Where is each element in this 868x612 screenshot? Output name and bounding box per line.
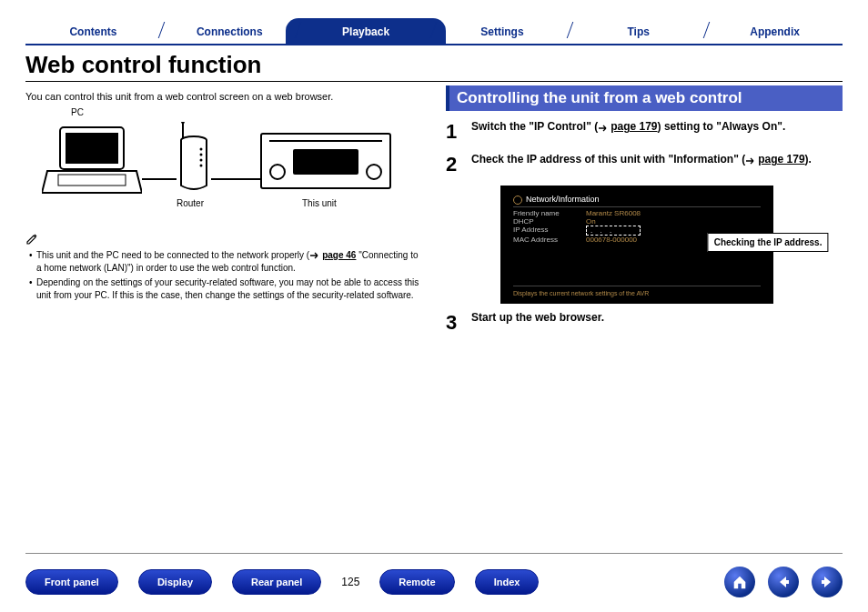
tab-settings[interactable]: Settings <box>434 18 570 44</box>
prev-button[interactable] <box>768 567 799 597</box>
footer-front-panel[interactable]: Front panel <box>25 569 118 595</box>
next-button[interactable] <box>812 567 843 597</box>
svg-rect-1 <box>66 133 118 164</box>
netinfo-footer: Displays the current network settings of… <box>513 286 761 296</box>
step-2-text: Check the IP address of this unit with "… <box>471 153 843 176</box>
svg-point-8 <box>200 159 203 162</box>
section-heading: Controlling the unit from a web control <box>446 85 843 111</box>
svg-point-6 <box>200 148 203 151</box>
step-number-1: 1 <box>446 120 462 144</box>
diagram-label-pc: PC <box>71 107 84 117</box>
laptop-icon <box>42 125 142 196</box>
svg-point-7 <box>200 154 203 156</box>
tab-playback[interactable]: Playback <box>298 18 434 44</box>
step-3-text: Start up the web browser. <box>471 311 843 335</box>
step-number-2: 2 <box>446 153 462 176</box>
diagram-label-router: Router <box>177 198 204 208</box>
link-page-46[interactable]: page 46 <box>322 250 356 260</box>
svg-rect-10 <box>784 580 789 584</box>
link-page-179-b[interactable]: page 179 <box>758 153 804 166</box>
avr-unit-icon <box>260 133 391 189</box>
svg-point-4 <box>181 122 185 124</box>
svg-rect-11 <box>822 580 826 584</box>
top-nav: Contents Connections Playback Settings T… <box>25 18 843 45</box>
tab-appendix[interactable]: Appendix <box>707 18 843 44</box>
step-1-text: Switch the "IP Control" (page 179) setti… <box>471 120 843 144</box>
step-number-3: 3 <box>446 311 462 335</box>
footer-rear-panel[interactable]: Rear panel <box>232 569 321 595</box>
diagram-label-unit: This unit <box>302 198 337 208</box>
home-button[interactable] <box>724 567 755 597</box>
intro-text: You can control this unit from a web con… <box>25 91 422 102</box>
page-number: 125 <box>341 576 359 588</box>
router-icon <box>176 122 212 193</box>
hand-icon <box>745 156 758 165</box>
ip-address-field: . . . <box>586 226 641 236</box>
link-page-179-a[interactable]: page 179 <box>611 120 657 133</box>
arrow-right-icon <box>819 574 835 590</box>
note-icon <box>25 233 38 246</box>
home-icon <box>732 574 748 590</box>
footer-nav: Front panel Display Rear panel 125 Remot… <box>25 553 843 597</box>
ip-callout: Checking the IP address. <box>708 233 829 252</box>
tab-contents[interactable]: Contents <box>25 18 161 44</box>
hand-icon <box>309 251 322 260</box>
arrow-left-icon <box>775 574 792 590</box>
network-info-screenshot: Network/Information Friendly nameMarantz… <box>500 186 773 304</box>
globe-icon <box>513 196 522 205</box>
note-item: This unit and the PC need to be connecte… <box>29 249 422 274</box>
tab-connections[interactable]: Connections <box>162 18 298 44</box>
page-title: Web control function <box>25 51 843 82</box>
note-item: Depending on the settings of your securi… <box>29 276 422 301</box>
svg-point-9 <box>200 165 203 167</box>
notes-list: This unit and the PC need to be connecte… <box>25 249 422 301</box>
hand-icon <box>598 123 611 132</box>
connection-diagram: PC Router <box>25 105 422 224</box>
footer-index[interactable]: Index <box>475 569 540 595</box>
footer-display[interactable]: Display <box>138 569 212 595</box>
netinfo-header: Network/Information <box>513 195 761 205</box>
footer-remote[interactable]: Remote <box>379 569 454 595</box>
tab-tips[interactable]: Tips <box>570 18 706 44</box>
